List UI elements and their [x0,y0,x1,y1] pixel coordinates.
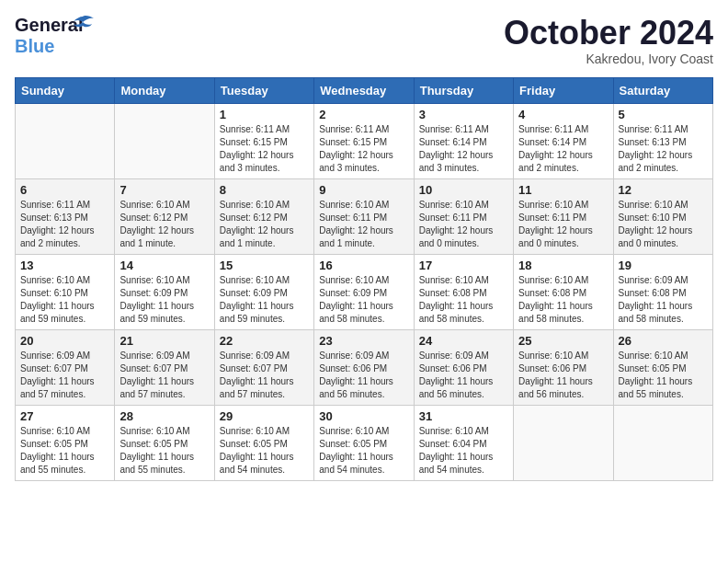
day-info: Sunrise: 6:10 AM Sunset: 6:06 PM Dayligh… [518,350,608,401]
calendar-cell: 20Sunrise: 6:09 AM Sunset: 6:07 PM Dayli… [16,329,115,405]
title-block: October 2024 Kakredou, Ivory Coast [504,15,713,66]
day-number: 17 [419,259,508,272]
day-number: 11 [518,183,608,197]
calendar-cell: 5Sunrise: 6:11 AM Sunset: 6:13 PM Daylig… [613,103,712,178]
day-number: 20 [20,334,109,348]
day-info: Sunrise: 6:10 AM Sunset: 6:11 PM Dayligh… [518,199,608,250]
day-number: 2 [319,108,408,121]
calendar-cell: 4Sunrise: 6:11 AM Sunset: 6:14 PM Daylig… [514,103,613,178]
calendar-week-row: 1Sunrise: 6:11 AM Sunset: 6:15 PM Daylig… [16,103,713,178]
day-info: Sunrise: 6:09 AM Sunset: 6:08 PM Dayligh… [619,274,708,326]
day-number: 29 [220,409,309,423]
day-info: Sunrise: 6:09 AM Sunset: 6:06 PM Dayligh… [419,350,508,401]
day-info: Sunrise: 6:11 AM Sunset: 6:14 PM Dayligh… [419,123,508,175]
day-number: 10 [419,183,508,197]
day-number: 16 [319,259,408,272]
day-info: Sunrise: 6:11 AM Sunset: 6:15 PM Dayligh… [220,123,309,175]
day-info: Sunrise: 6:10 AM Sunset: 6:08 PM Dayligh… [518,274,608,326]
day-info: Sunrise: 6:10 AM Sunset: 6:09 PM Dayligh… [220,274,309,326]
day-number: 7 [119,183,209,197]
calendar-cell: 31Sunrise: 6:10 AM Sunset: 6:04 PM Dayli… [414,405,513,480]
calendar-cell: 13Sunrise: 6:10 AM Sunset: 6:10 PM Dayli… [16,254,115,329]
col-header-wednesday: Wednesday [314,77,414,103]
day-number: 28 [119,409,209,423]
day-info: Sunrise: 6:10 AM Sunset: 6:11 PM Dayligh… [419,199,508,250]
day-number: 14 [119,259,209,272]
calendar-cell: 6Sunrise: 6:11 AM Sunset: 6:13 PM Daylig… [16,178,115,254]
day-info: Sunrise: 6:11 AM Sunset: 6:13 PM Dayligh… [619,123,708,175]
day-number: 1 [220,108,309,121]
day-info: Sunrise: 6:10 AM Sunset: 6:09 PM Dayligh… [119,274,209,326]
day-info: Sunrise: 6:11 AM Sunset: 6:13 PM Dayligh… [20,199,109,250]
col-header-friday: Friday [514,77,613,103]
day-number: 9 [319,183,408,197]
calendar-cell: 22Sunrise: 6:09 AM Sunset: 6:07 PM Dayli… [214,329,313,405]
calendar-cell: 23Sunrise: 6:09 AM Sunset: 6:06 PM Dayli… [314,329,414,405]
calendar-cell: 10Sunrise: 6:10 AM Sunset: 6:11 PM Dayli… [414,178,513,254]
calendar-table: SundayMondayTuesdayWednesdayThursdayFrid… [15,77,713,481]
calendar-cell [613,405,712,480]
day-info: Sunrise: 6:10 AM Sunset: 6:05 PM Dayligh… [20,425,109,477]
calendar-cell: 27Sunrise: 6:10 AM Sunset: 6:05 PM Dayli… [16,405,115,480]
calendar-cell: 16Sunrise: 6:10 AM Sunset: 6:09 PM Dayli… [314,254,414,329]
day-info: Sunrise: 6:11 AM Sunset: 6:14 PM Dayligh… [518,123,608,175]
page-header: General Blue October 2024 Kakredou, Ivor… [15,15,713,66]
day-number: 25 [518,334,608,348]
day-number: 18 [518,259,608,272]
calendar-week-row: 20Sunrise: 6:09 AM Sunset: 6:07 PM Dayli… [16,329,713,405]
calendar-cell: 12Sunrise: 6:10 AM Sunset: 6:10 PM Dayli… [613,178,712,254]
calendar-cell: 28Sunrise: 6:10 AM Sunset: 6:05 PM Dayli… [115,405,214,480]
day-info: Sunrise: 6:10 AM Sunset: 6:11 PM Dayligh… [319,199,408,250]
day-number: 4 [518,108,608,121]
day-info: Sunrise: 6:10 AM Sunset: 6:05 PM Dayligh… [220,425,309,477]
calendar-cell: 17Sunrise: 6:10 AM Sunset: 6:08 PM Dayli… [414,254,513,329]
calendar-week-row: 6Sunrise: 6:11 AM Sunset: 6:13 PM Daylig… [16,178,713,254]
calendar-cell: 9Sunrise: 6:10 AM Sunset: 6:11 PM Daylig… [314,178,414,254]
calendar-cell: 24Sunrise: 6:09 AM Sunset: 6:06 PM Dayli… [414,329,513,405]
calendar-cell: 3Sunrise: 6:11 AM Sunset: 6:14 PM Daylig… [414,103,513,178]
col-header-monday: Monday [115,77,214,103]
col-header-sunday: Sunday [16,77,115,103]
day-number: 5 [619,108,708,121]
col-header-saturday: Saturday [613,77,712,103]
day-info: Sunrise: 6:09 AM Sunset: 6:07 PM Dayligh… [20,350,109,401]
day-number: 30 [319,409,408,423]
calendar-cell: 7Sunrise: 6:10 AM Sunset: 6:12 PM Daylig… [115,178,214,254]
calendar-week-row: 27Sunrise: 6:10 AM Sunset: 6:05 PM Dayli… [16,405,713,480]
day-info: Sunrise: 6:10 AM Sunset: 6:04 PM Dayligh… [419,425,508,477]
calendar-cell: 11Sunrise: 6:10 AM Sunset: 6:11 PM Dayli… [514,178,613,254]
calendar-cell: 25Sunrise: 6:10 AM Sunset: 6:06 PM Dayli… [514,329,613,405]
day-info: Sunrise: 6:09 AM Sunset: 6:07 PM Dayligh… [220,350,309,401]
calendar-cell: 21Sunrise: 6:09 AM Sunset: 6:07 PM Dayli… [115,329,214,405]
day-number: 6 [20,183,109,197]
col-header-tuesday: Tuesday [214,77,313,103]
calendar-cell: 15Sunrise: 6:10 AM Sunset: 6:09 PM Dayli… [214,254,313,329]
calendar-cell: 19Sunrise: 6:09 AM Sunset: 6:08 PM Dayli… [613,254,712,329]
calendar-cell: 29Sunrise: 6:10 AM Sunset: 6:05 PM Dayli… [214,405,313,480]
day-number: 15 [220,259,309,272]
month-title: October 2024 [504,15,713,52]
day-info: Sunrise: 6:10 AM Sunset: 6:12 PM Dayligh… [119,199,209,250]
day-info: Sunrise: 6:10 AM Sunset: 6:12 PM Dayligh… [220,199,309,250]
day-number: 26 [619,334,708,348]
calendar-cell: 18Sunrise: 6:10 AM Sunset: 6:08 PM Dayli… [514,254,613,329]
day-number: 3 [419,108,508,121]
day-info: Sunrise: 6:09 AM Sunset: 6:07 PM Dayligh… [119,350,209,401]
day-number: 27 [20,409,109,423]
day-number: 19 [619,259,708,272]
day-info: Sunrise: 6:10 AM Sunset: 6:05 PM Dayligh… [619,350,708,401]
day-number: 23 [319,334,408,348]
calendar-cell: 30Sunrise: 6:10 AM Sunset: 6:05 PM Dayli… [314,405,414,480]
logo-bird-icon [70,15,96,35]
day-number: 21 [119,334,209,348]
calendar-cell: 2Sunrise: 6:11 AM Sunset: 6:15 PM Daylig… [314,103,414,178]
calendar-cell: 1Sunrise: 6:11 AM Sunset: 6:15 PM Daylig… [214,103,313,178]
day-info: Sunrise: 6:09 AM Sunset: 6:06 PM Dayligh… [319,350,408,401]
calendar-cell: 26Sunrise: 6:10 AM Sunset: 6:05 PM Dayli… [613,329,712,405]
day-number: 12 [619,183,708,197]
calendar-cell [16,103,115,178]
day-info: Sunrise: 6:10 AM Sunset: 6:05 PM Dayligh… [119,425,209,477]
calendar-week-row: 13Sunrise: 6:10 AM Sunset: 6:10 PM Dayli… [16,254,713,329]
day-info: Sunrise: 6:11 AM Sunset: 6:15 PM Dayligh… [319,123,408,175]
col-header-thursday: Thursday [414,77,513,103]
